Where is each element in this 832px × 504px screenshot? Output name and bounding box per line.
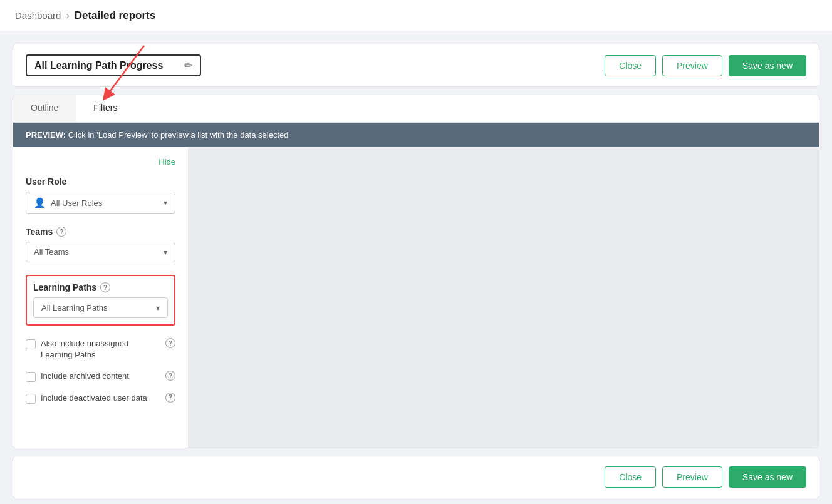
footer-close-button[interactable]: Close — [605, 466, 656, 488]
deactivated-help-icon[interactable]: ? — [165, 393, 175, 403]
teams-arrow: ▾ — [164, 248, 167, 257]
user-role-arrow: ▾ — [164, 198, 167, 207]
learning-paths-help-icon[interactable]: ? — [100, 282, 110, 292]
learning-paths-arrow: ▾ — [156, 304, 160, 312]
report-header: All Learning Path Progress ✏ Close Previ… — [13, 44, 819, 87]
tab-filters[interactable]: Filters — [76, 95, 135, 122]
include-archived-label: Include archived content — [41, 371, 160, 382]
filter-section-user-role: User Role 👤 All User Roles ▾ — [26, 177, 175, 214]
learning-paths-label: Learning Paths ? — [33, 282, 168, 292]
include-unassigned-label: Also include unassigned Learning Paths — [41, 338, 160, 361]
hide-link[interactable]: Hide — [26, 157, 175, 167]
include-deactivated-label: Include deactivated user data — [41, 393, 160, 404]
user-role-value: All User Roles — [51, 198, 164, 208]
tab-outline[interactable]: Outline — [13, 95, 76, 122]
report-title-text: All Learning Path Progress — [34, 60, 177, 71]
preview-banner: PREVIEW: Click in 'Load Preview' to prev… — [13, 123, 819, 147]
bottom-footer: Close Preview Save as new — [13, 456, 819, 498]
archived-help-icon[interactable]: ? — [165, 371, 175, 381]
preview-area — [189, 147, 819, 448]
checkbox-row-archived: Include archived content ? — [26, 371, 175, 382]
unassigned-help-icon[interactable]: ? — [165, 338, 175, 348]
body-split: Hide User Role 👤 All User Roles ▾ T — [13, 147, 819, 448]
learning-paths-value: All Learning Paths — [41, 303, 156, 312]
teams-label: Teams ? — [26, 227, 175, 237]
learning-paths-dropdown[interactable]: All Learning Paths ▾ — [33, 297, 168, 318]
tabs-row: Outline Filters — [13, 95, 819, 123]
report-title-box: All Learning Path Progress ✏ — [26, 54, 201, 76]
user-role-dropdown[interactable]: 👤 All User Roles ▾ — [26, 192, 175, 214]
person-icon: 👤 — [34, 197, 46, 208]
preview-button[interactable]: Preview — [662, 55, 722, 76]
include-archived-checkbox[interactable] — [26, 372, 36, 382]
close-button[interactable]: Close — [605, 55, 656, 76]
footer-preview-button[interactable]: Preview — [662, 466, 722, 488]
checkbox-row-unassigned: Also include unassigned Learning Paths ? — [26, 338, 175, 361]
preview-label: PREVIEW: — [26, 130, 66, 140]
teams-dropdown[interactable]: All Teams ▾ — [26, 242, 175, 262]
user-role-label: User Role — [26, 177, 175, 187]
header-actions: Close Preview Save as new — [605, 55, 806, 76]
save-as-new-button[interactable]: Save as new — [729, 55, 806, 76]
nav-separator: › — [66, 10, 69, 21]
checkbox-row-deactivated: Include deactivated user data ? — [26, 393, 175, 404]
preview-message: Click in 'Load Preview' to preview a lis… — [68, 130, 289, 140]
filter-section-learning-paths: Learning Paths ? All Learning Paths ▾ — [26, 275, 175, 326]
filters-panel: Hide User Role 👤 All User Roles ▾ T — [13, 147, 189, 448]
nav-dashboard[interactable]: Dashboard — [15, 10, 61, 21]
filter-section-teams: Teams ? All Teams ▾ — [26, 227, 175, 262]
edit-icon[interactable]: ✏ — [184, 59, 192, 71]
include-deactivated-checkbox[interactable] — [26, 394, 36, 404]
teams-help-icon[interactable]: ? — [56, 227, 66, 237]
teams-value: All Teams — [34, 247, 164, 257]
page-title: Detailed reports — [75, 9, 155, 22]
include-unassigned-checkbox[interactable] — [26, 339, 36, 349]
footer-save-as-new-button[interactable]: Save as new — [729, 466, 806, 488]
content-area: Outline Filters PREVIEW: Click in 'Load … — [13, 95, 819, 448]
